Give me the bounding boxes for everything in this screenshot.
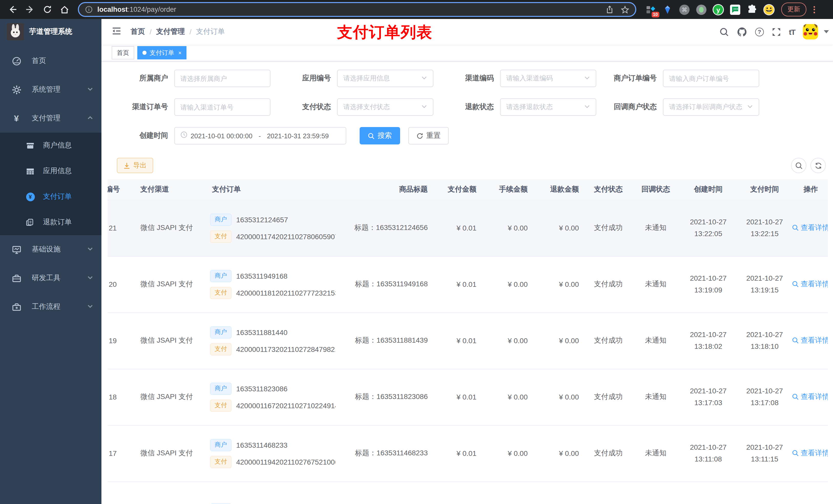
cell-amount: ¥ 0.01 xyxy=(433,256,481,312)
merchant-order-no: 1635311468233 xyxy=(236,441,287,449)
extension-emoji-icon[interactable] xyxy=(763,3,775,16)
cell-notify: 未通知 xyxy=(633,256,679,312)
magnifier-icon xyxy=(792,450,799,457)
create-time-range-picker[interactable]: 2021-10-01 00:00:00 - 2021-10-31 23:59:5… xyxy=(174,127,346,144)
channel-code-select[interactable]: 请输入渠道编码 xyxy=(500,70,596,87)
chevron-down-icon xyxy=(421,102,427,112)
sidebar-item-refund-order[interactable]: 退款订单 xyxy=(0,210,101,235)
view-details-link[interactable]: 查看详情 xyxy=(792,280,828,289)
extension-record-icon[interactable] xyxy=(695,3,708,16)
browser-back-button[interactable] xyxy=(5,2,20,17)
sidebar-item-label: 商户信息 xyxy=(43,141,72,150)
toggle-search-button[interactable] xyxy=(791,158,806,173)
header-search-icon[interactable] xyxy=(719,27,729,37)
filter-merchant: 所属商户 xyxy=(108,70,270,87)
browser-reload-button[interactable] xyxy=(40,2,54,17)
pay-status-select[interactable]: 请选择支付状态 xyxy=(337,98,433,116)
cell-create-time: 2021-10-2713:19:09 xyxy=(679,256,738,312)
extension-y-icon[interactable]: y xyxy=(712,3,724,16)
view-details-link[interactable]: 查看详情 xyxy=(792,223,828,233)
table-row: 18 微信 JSAPI 支付 商户 1635311823086 支付 42000… xyxy=(108,369,828,425)
cell-title: 标题：1635311881439 xyxy=(336,312,433,369)
table-grid-icon xyxy=(25,166,36,176)
sidebar-item-workflow[interactable]: 工作流程 xyxy=(0,292,101,321)
help-icon[interactable]: ? xyxy=(755,27,764,36)
pay-tag: 支付 xyxy=(210,287,232,299)
merchant-input-field[interactable] xyxy=(180,74,264,82)
top-navbar: 首页 / 支付管理 / 支付订单 支付订单列表 ? tT xyxy=(101,19,833,45)
sidebar-item-app-info[interactable]: 应用信息 xyxy=(0,158,101,184)
export-button[interactable]: 导出 xyxy=(117,158,153,173)
merchant-order-no-field[interactable] xyxy=(669,74,753,82)
sidebar-fold-icon[interactable] xyxy=(109,23,124,41)
sidebar-item-system[interactable]: 系统管理 xyxy=(0,75,101,104)
browser-home-button[interactable] xyxy=(57,2,72,17)
user-avatar[interactable] xyxy=(803,24,818,40)
pay-tag: 支付 xyxy=(210,399,232,411)
cell-pay-time: 2021-10-2713:18:10 xyxy=(738,312,791,369)
channel-order-no-input[interactable] xyxy=(174,98,270,116)
cell-status: 支付成功 xyxy=(584,312,633,369)
browser-menu-button[interactable] xyxy=(813,6,815,13)
app-logo[interactable]: 芋道管理系统 xyxy=(0,19,101,45)
channel-order-no-field[interactable] xyxy=(180,103,264,111)
notify-status-select[interactable]: 请选择订单回调商户状态 xyxy=(663,98,759,116)
cell-status: 支付成功 xyxy=(584,256,633,312)
table-header-row: 编号 支付渠道 支付订单 商品标题 支付金额 手续金额 退款金额 支付状态 回调… xyxy=(108,179,828,200)
sidebar-item-payment[interactable]: ¥ 支付管理 xyxy=(0,104,101,133)
tag-pay-order[interactable]: 支付订单 × xyxy=(137,46,187,59)
extension-chat-icon[interactable] xyxy=(729,3,741,16)
browser-forward-button[interactable] xyxy=(23,2,37,17)
cell-status xyxy=(584,481,633,504)
pay-order-no: 4200001167202110271022491439 xyxy=(236,401,336,409)
cell-refund: ¥ 0.00 xyxy=(533,425,584,481)
col-header-amount: 支付金额 xyxy=(433,179,481,200)
extension-gem-icon[interactable] xyxy=(661,3,674,16)
view-details-link[interactable]: 查看详情 xyxy=(792,392,828,402)
app-id-select[interactable]: 请选择应用信息 xyxy=(337,70,433,87)
sidebar-item-merchant-info[interactable]: 商户信息 xyxy=(0,133,101,158)
payment-submenu: 商户信息 应用信息 ¥ 支付订单 退款订单 xyxy=(0,133,101,235)
merchant-input[interactable] xyxy=(174,70,270,87)
reset-button[interactable]: 重置 xyxy=(408,127,449,144)
breadcrumb-home[interactable]: 首页 xyxy=(130,27,145,37)
extension-tabs-icon[interactable]: 10 xyxy=(644,3,657,16)
address-bar[interactable]: localhost:1024/pay/order xyxy=(78,2,636,17)
avatar-caret-icon[interactable] xyxy=(824,30,829,33)
sidebar-item-label: 支付管理 xyxy=(32,114,61,123)
refund-status-select[interactable]: 请选择退款状态 xyxy=(500,98,596,116)
page-content: 所属商户 应用编号 请选择应用信息 渠道编码 请输入渠道编码 商户订单编号 xyxy=(101,62,833,504)
breadcrumb-current: 支付订单 xyxy=(196,27,225,37)
merchant-order-no-input[interactable] xyxy=(663,70,759,87)
extensions-puzzle-icon[interactable] xyxy=(746,3,758,16)
yen-icon: ¥ xyxy=(10,114,23,123)
sidebar-item-dev-tools[interactable]: 研发工具 xyxy=(0,264,101,292)
share-icon[interactable] xyxy=(605,5,614,14)
sidebar-item-pay-order[interactable]: ¥ 支付订单 xyxy=(0,184,101,210)
filter-merchant-order-no: 商户订单编号 xyxy=(596,70,759,87)
refresh-table-button[interactable] xyxy=(810,158,826,173)
cell-pay-order: 商户 1635311468233 支付 42000011942021102767… xyxy=(205,425,336,481)
cell-create-time: 2021-10-2713:17:03 xyxy=(679,369,738,425)
cell-title: 标题：1635311468233 xyxy=(336,425,433,481)
font-size-icon[interactable]: tT xyxy=(789,27,795,36)
github-icon[interactable] xyxy=(737,26,747,37)
filter-label: 所属商户 xyxy=(108,74,174,83)
tag-close-icon[interactable]: × xyxy=(178,50,182,55)
app-title: 芋道管理系统 xyxy=(29,27,72,37)
cell-pay-order: 商户 1635311949168 支付 42000011812021102777… xyxy=(205,256,336,312)
tag-home[interactable]: 首页 xyxy=(112,46,134,59)
search-button[interactable]: 搜索 xyxy=(360,127,400,144)
view-details-link[interactable]: 查看详情 xyxy=(792,449,828,458)
fullscreen-icon[interactable] xyxy=(771,27,781,37)
cell-id: 18 xyxy=(108,369,133,425)
cell-actions: 查看详情 xyxy=(791,369,828,425)
breadcrumb-pay-management[interactable]: 支付管理 xyxy=(156,27,185,37)
bookmark-star-icon[interactable] xyxy=(621,5,629,14)
extension-command-icon[interactable]: ⌘ xyxy=(678,3,691,16)
merchant-tag: 商户 xyxy=(210,270,232,282)
browser-update-button[interactable]: 更新 xyxy=(781,3,806,16)
view-details-link[interactable]: 查看详情 xyxy=(792,336,828,345)
sidebar-item-home[interactable]: 首页 xyxy=(0,47,101,75)
sidebar-item-infrastructure[interactable]: 基础设施 xyxy=(0,235,101,264)
